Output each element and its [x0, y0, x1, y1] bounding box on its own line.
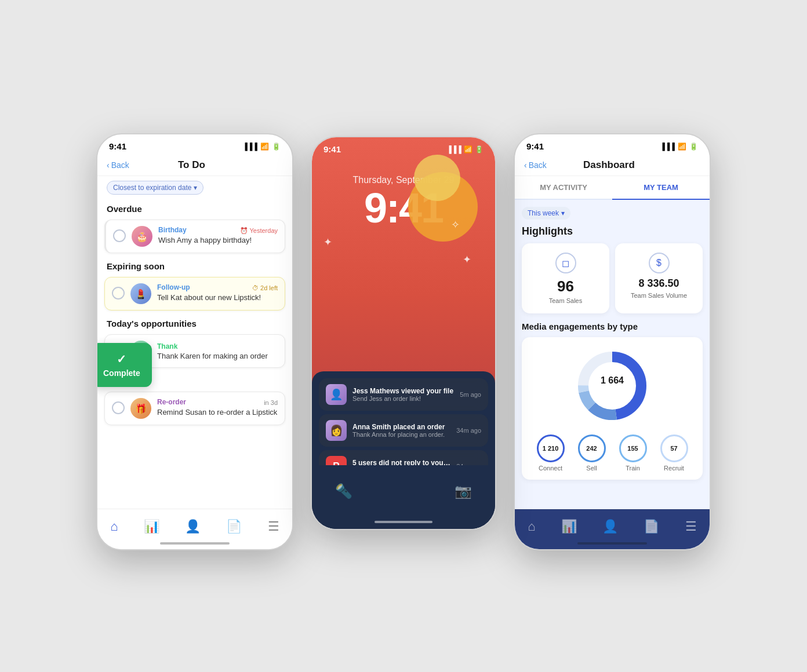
status-icons-left: ▐▐▐ 📶 🔋 [242, 143, 281, 151]
notif-icon-2: 👩 [326, 420, 347, 441]
tab-my-team[interactable]: MY TEAM [612, 176, 710, 200]
filter-pill[interactable]: Closest to expiration date ▾ [107, 181, 203, 195]
task-desc-3: Thank Karen for making an order [157, 351, 278, 361]
phone-dashboard: 9:41 ▐▐▐ 📶 🔋 ‹ Back Dashboard MY ACTIVIT… [514, 133, 711, 550]
back-button-right[interactable]: ‹ Back [524, 160, 547, 170]
nav-bar-right: ‹ Back Dashboard [515, 155, 710, 176]
volume-icon: $ [649, 253, 670, 273]
sparkle-2: ✦ [463, 253, 471, 266]
media-title: Media engagements by type [522, 322, 703, 331]
battery-icon-middle: 🔋 [475, 145, 484, 154]
notif-card-1[interactable]: 👤 Jess Mathews viewed your file Send Jes… [319, 378, 488, 411]
task-avatar-2: 💄 [130, 283, 151, 304]
svg-text:1 664: 1 664 [601, 375, 624, 385]
tabs-bar: MY ACTIVITY MY TEAM [515, 176, 710, 200]
camera-icon[interactable]: 📷 [455, 483, 472, 499]
donut-circle-recruit: 57 [660, 434, 688, 462]
nav-docs-right[interactable]: 📄 [644, 519, 659, 534]
donut-item-sell: 242 Sell [578, 434, 606, 472]
sales-icon: ◻ [555, 253, 576, 273]
dash-inner: This week ▾ Highlights ◻ 96 Team Sales $ [515, 200, 710, 487]
highlights-grid: ◻ 96 Team Sales $ 8 336.50 Team Sales Vo… [522, 243, 703, 313]
signal-icon: ▐▐▐ [242, 143, 257, 151]
notif-title-2: Anna Smith placed an order [352, 423, 450, 431]
status-icons-middle: ▐▐▐ 📶 🔋 [446, 145, 484, 154]
status-time-right: 9:41 [526, 141, 544, 151]
notif-sub-1: Send Jess an order link! [352, 395, 454, 402]
page-title-left: To Do [129, 159, 254, 171]
highlights-title: Highlights [522, 225, 703, 238]
task-type-1: Birthday [158, 226, 187, 234]
donut-label-connect: Connect [539, 465, 562, 472]
task-body-3: Thank Thank Karen for making an order [157, 341, 278, 361]
nav-home-right[interactable]: ⌂ [528, 519, 535, 534]
wifi-icon-middle: 📶 [464, 145, 472, 154]
sparkle-1: ✦ [323, 236, 332, 249]
home-indicator-left [160, 542, 230, 545]
task-card-followup[interactable]: 💄 Follow-up ⏱ 2d left Tell Kat about our… [104, 277, 285, 311]
status-icons-right: ▐▐▐ 📶 🔋 [660, 143, 698, 151]
status-time-middle: 9:41 [323, 144, 341, 154]
nav-contacts-right[interactable]: 👤 [602, 519, 618, 534]
donut-svg: 1 664 [572, 345, 653, 426]
nav-menu-left[interactable]: ☰ [268, 519, 279, 534]
highlight-sales-number: 96 [531, 278, 600, 295]
notif-card-2[interactable]: 👩 Anna Smith placed an order Thank Anna … [319, 414, 488, 447]
week-pill[interactable]: This week ▾ [522, 207, 570, 220]
complete-button[interactable]: ✓ Complete [96, 343, 152, 387]
nav-stats-right[interactable]: 📊 [561, 519, 577, 534]
home-indicator-middle [375, 521, 432, 523]
donut-label-sell: Sell [586, 465, 597, 472]
section-expiring: Expiring soon [97, 257, 292, 273]
task-type-2: Follow-up [157, 283, 190, 291]
nav-menu-right[interactable]: ☰ [685, 519, 697, 534]
donut-item-train: 155 Train [619, 434, 647, 472]
notif-time-2: 34m ago [456, 427, 481, 434]
notif-sub-2: Thank Anna for placing an order. [352, 431, 450, 438]
blob-yellow [414, 155, 460, 201]
donut-label-recruit: Recruit [664, 465, 684, 472]
donut-area: 1 664 1 210 Connect 242 Sell [522, 337, 703, 480]
battery-icon: 🔋 [272, 143, 281, 151]
task-desc-2: Tell Kat about our new Lipstick! [157, 293, 278, 303]
chevron-down-icon-dash: ▾ [561, 209, 565, 217]
task-card-reorder[interactable]: 🎁 Re-order in 3d Remind Susan to re-orde… [104, 392, 285, 425]
task-meta-2: ⏱ 2d left [252, 283, 278, 293]
status-bar-middle: 9:41 ▐▐▐ 📶 🔋 [312, 137, 495, 158]
donut-circle-connect: 1 210 [537, 434, 565, 462]
nav-home-left[interactable]: ⌂ [110, 519, 118, 534]
phone-lockscreen: 9:41 ▐▐▐ 📶 🔋 Thursday, September 29 9:41… [311, 136, 496, 530]
task-type-3: Thank [157, 342, 177, 350]
filter-bar: Closest to expiration date ▾ [97, 176, 292, 199]
phone-todo: 9:41 ▐▐▐ 📶 🔋 ‹ Back To Do Closest to exp… [96, 133, 293, 550]
task-checkbox-2[interactable] [112, 287, 125, 300]
notif-text-1: Jess Mathews viewed your file Send Jess … [352, 387, 454, 402]
task-avatar-1: 🎂 [132, 226, 152, 247]
sparkle-3: ✧ [451, 218, 460, 231]
task-body-1: Birthday ⏰ Yesterday Wish Amy a happy bi… [158, 226, 278, 246]
highlight-card-volume: $ 8 336.50 Team Sales Volume [615, 243, 703, 313]
scene: 9:41 ▐▐▐ 📶 🔋 ‹ Back To Do Closest to exp… [0, 0, 807, 672]
notif-text-2: Anna Smith placed an order Thank Anna fo… [352, 423, 450, 438]
task-desc-4: Remind Susan to re-order a Lipstick [157, 407, 278, 418]
task-avatar-4: 🎁 [130, 398, 151, 419]
notif-icon-1: 👤 [326, 384, 347, 405]
notif-time-1: 5m ago [460, 391, 481, 398]
task-desc-1: Wish Amy a happy birthday! [158, 235, 278, 246]
nav-contacts-left[interactable]: 👤 [185, 519, 201, 534]
task-card-birthday[interactable]: 🎂 Birthday ⏰ Yesterday Wish Amy a happy … [104, 220, 285, 253]
task-checkbox-4[interactable] [112, 401, 125, 414]
task-meta-1: ⏰ Yesterday [240, 226, 278, 235]
back-button-left[interactable]: ‹ Back [107, 160, 129, 170]
lockscreen-bottom: 🔦 📷 [312, 465, 495, 529]
notif-title-1: Jess Mathews viewed your file [352, 387, 454, 395]
task-body-2: Follow-up ⏱ 2d left Tell Kat about our n… [157, 283, 278, 303]
nav-stats-left[interactable]: 📊 [144, 519, 159, 534]
nav-docs-left[interactable]: 📄 [226, 519, 242, 534]
donut-item-recruit: 57 Recruit [660, 434, 688, 472]
flashlight-icon[interactable]: 🔦 [335, 483, 352, 499]
dashboard-content: This week ▾ Highlights ◻ 96 Team Sales $ [515, 200, 710, 545]
tab-my-activity[interactable]: MY ACTIVITY [515, 176, 612, 199]
complete-label: Complete [103, 368, 140, 378]
task-checkbox-1[interactable] [113, 229, 126, 242]
